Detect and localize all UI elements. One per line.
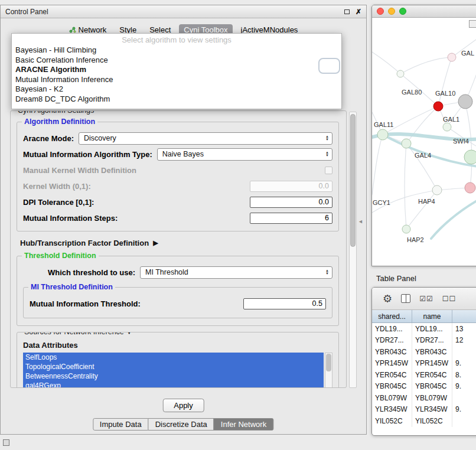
table-row[interactable]: YDR27...YDR27...12 bbox=[372, 335, 476, 347]
network-edge[interactable] bbox=[372, 135, 383, 195]
algorithm-option-dream8-dc-tdc-algorithm[interactable]: Dream8 DC_TDC Algorithm bbox=[12, 94, 341, 105]
table-row[interactable]: YIL052CYIL052C bbox=[372, 415, 476, 427]
table-row[interactable]: YLR345WYLR345W9. bbox=[372, 404, 476, 416]
attribute-item-betweennesscentrality[interactable]: BetweennessCentrality bbox=[23, 371, 324, 381]
network-edge[interactable] bbox=[406, 144, 437, 190]
bottom-tab-impute-data[interactable]: Impute Data bbox=[93, 418, 149, 431]
table-row[interactable]: YDL19...YDL19...13 bbox=[372, 323, 476, 335]
zoom-traffic-light[interactable] bbox=[399, 8, 406, 15]
algorithm-option-mutual-information-inference[interactable]: Mutual Information Inference bbox=[12, 75, 341, 85]
select-all-checks-icon[interactable]: ☑☑ bbox=[419, 295, 433, 303]
scrollbar-thumb[interactable] bbox=[350, 114, 356, 247]
algorithm-dropdown-popup: Select algorithm to view settings Bayesi… bbox=[11, 33, 342, 109]
network-node[interactable] bbox=[402, 139, 411, 148]
network-node[interactable] bbox=[433, 102, 443, 111]
minimize-traffic-light[interactable] bbox=[388, 8, 395, 15]
table-row[interactable]: YBR045CYBR045C9. bbox=[372, 381, 476, 393]
combo-arrows-icon bbox=[325, 151, 329, 157]
close-traffic-light[interactable] bbox=[377, 8, 384, 15]
network-graph[interactable]: GALGAL80GAL10GAL11GAL1SWI4GAL4GCY1HAP4HA… bbox=[372, 18, 476, 266]
birdseye-button[interactable] bbox=[469, 20, 476, 28]
table-cell: YER054C bbox=[372, 369, 412, 381]
algorithm-definition-group: Algorithm Definition Aracne Mode: Discov… bbox=[17, 122, 339, 231]
aracne-mode-label: Aracne Mode: bbox=[23, 134, 74, 143]
control-panel-window: Control Panel ✗ NetworkStyleSelectCyni T… bbox=[0, 5, 367, 435]
table-row[interactable]: YPR145WYPR145W9. bbox=[372, 358, 476, 370]
close-icon[interactable]: ✗ bbox=[356, 8, 361, 16]
algorithm-option-bayesian-k2[interactable]: Bayesian - K2 bbox=[12, 84, 341, 94]
network-edge[interactable] bbox=[438, 57, 452, 106]
table-cell bbox=[452, 346, 476, 358]
bottom-tab-discretize-data[interactable]: Discretize Data bbox=[148, 418, 214, 431]
hub-definition-label: Hub/Transcription Factor Definition bbox=[20, 239, 149, 247]
network-node[interactable] bbox=[377, 129, 388, 140]
hub-definition-toggle[interactable]: Hub/Transcription Factor Definition ▶ bbox=[20, 239, 339, 247]
network-node[interactable] bbox=[402, 225, 410, 233]
network-node[interactable] bbox=[432, 185, 442, 195]
attributes-list-scrollbar[interactable] bbox=[325, 353, 332, 388]
network-node[interactable] bbox=[464, 150, 476, 164]
panel-collapse-arrow-icon[interactable]: ◄ bbox=[358, 219, 363, 224]
table-row[interactable]: YBL079WYBL079W bbox=[372, 392, 476, 404]
bottom-tab-infer-network[interactable]: Infer Network bbox=[214, 418, 273, 431]
apply-button[interactable]: Apply bbox=[162, 399, 204, 412]
network-edge[interactable] bbox=[467, 109, 472, 188]
attribute-item-selfloops[interactable]: SelfLoops bbox=[23, 353, 324, 362]
table-body: YDL19...YDL19...13YDR27...YDR27...12YBR0… bbox=[372, 323, 476, 427]
mi-threshold-label: Mutual Information Threshold: bbox=[30, 299, 141, 308]
table-row[interactable]: YBR043CYBR043C bbox=[372, 346, 476, 358]
network-edge[interactable] bbox=[431, 195, 476, 239]
columns-icon[interactable] bbox=[401, 294, 410, 303]
mi-steps-field[interactable] bbox=[250, 213, 332, 224]
attribute-item-topologicalcoefficient[interactable]: TopologicalCoefficient bbox=[23, 362, 324, 371]
aracne-mode-select[interactable]: Discovery bbox=[79, 132, 332, 145]
network-node[interactable] bbox=[443, 123, 451, 131]
network-node[interactable] bbox=[458, 94, 472, 109]
network-edge[interactable] bbox=[400, 57, 452, 74]
algorithm-option-basic-correlation-inference[interactable]: Basic Correlation Inference bbox=[12, 56, 341, 66]
table-row[interactable]: YER054CYER054C8. bbox=[372, 369, 476, 381]
network-edge[interactable] bbox=[405, 144, 406, 229]
network-node[interactable] bbox=[448, 53, 456, 61]
mi-algorithm-type-select[interactable]: Naive Bayes bbox=[157, 148, 332, 161]
network-edge[interactable] bbox=[372, 52, 400, 74]
table-cell: 9. bbox=[452, 404, 476, 416]
column-header[interactable]: shared... bbox=[372, 310, 412, 322]
table-cell: YBL079W bbox=[412, 392, 452, 404]
network-node-label: GAL4 bbox=[415, 152, 431, 159]
mi-type-value: Naive Bayes bbox=[162, 150, 325, 158]
network-node[interactable] bbox=[397, 70, 404, 77]
float-window-icon[interactable] bbox=[344, 9, 350, 14]
table-cell: YBR045C bbox=[412, 381, 452, 393]
which-threshold-select[interactable]: MI Threshold bbox=[140, 266, 332, 279]
algorithm-option-bayesian-hill-climbing[interactable]: Bayesian - Hill Climbing bbox=[12, 45, 341, 56]
network-edge[interactable] bbox=[383, 106, 438, 135]
chevron-right-icon: ▶ bbox=[153, 239, 158, 247]
corner-grid-icon[interactable] bbox=[3, 439, 9, 446]
chevron-down-icon[interactable]: ▼ bbox=[126, 332, 132, 335]
network-node-label: GAL1 bbox=[443, 116, 459, 123]
which-threshold-value: MI Threshold bbox=[145, 268, 325, 276]
bottom-tab-bar: Impute DataDiscretize DataInfer Network bbox=[93, 418, 273, 431]
settings-group-title: Cyni Algorithm Settings bbox=[15, 110, 96, 115]
network-node[interactable] bbox=[465, 182, 475, 193]
mi-threshold-definition-group: MI Threshold Definition Mutual Informati… bbox=[23, 287, 332, 318]
algorithm-option-list: Bayesian - Hill ClimbingBasic Correlatio… bbox=[12, 45, 341, 104]
column-header[interactable]: name bbox=[412, 310, 452, 322]
gear-icon[interactable]: ⚙ bbox=[383, 292, 392, 305]
cyni-algorithm-settings-group: Cyni Algorithm Settings Algorithm Defini… bbox=[10, 110, 347, 388]
attribute-item-gal4rgexp[interactable]: gal4RGexp bbox=[23, 381, 324, 388]
table-cell: YIL052C bbox=[412, 415, 452, 427]
dpi-tolerance-field[interactable] bbox=[250, 197, 332, 208]
network-canvas[interactable]: GALGAL80GAL10GAL11GAL1SWI4GAL4GCY1HAP4HA… bbox=[372, 18, 476, 266]
mi-threshold-field[interactable] bbox=[243, 298, 326, 309]
focus-ring-outline bbox=[318, 58, 340, 74]
table-cell bbox=[452, 392, 476, 404]
network-node-label: GCY1 bbox=[373, 199, 390, 206]
scrollbar-thumb[interactable] bbox=[326, 354, 331, 371]
settings-scrollbar[interactable] bbox=[349, 112, 357, 388]
column-header[interactable] bbox=[452, 310, 476, 322]
table-header-row: shared...name bbox=[372, 310, 476, 323]
deselect-all-checks-icon[interactable]: ☐☐ bbox=[442, 295, 457, 303]
algorithm-option-aracne-algorithm[interactable]: ARACNE Algorithm bbox=[12, 65, 341, 75]
